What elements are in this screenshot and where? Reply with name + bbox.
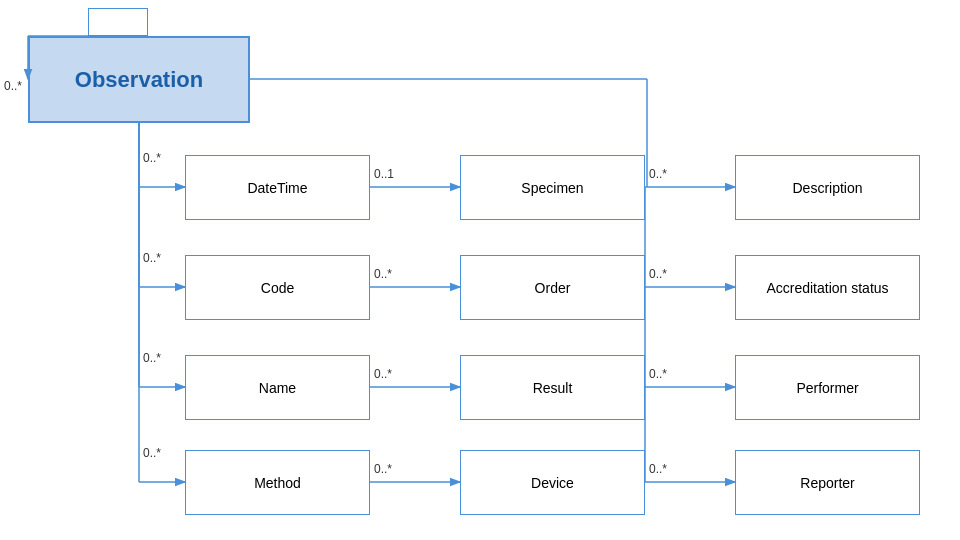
description-node: Description: [735, 155, 920, 220]
svg-text:0..*: 0..*: [649, 167, 667, 181]
observation-node: Observation: [28, 36, 250, 123]
method-node: Method: [185, 450, 370, 515]
svg-text:0..*: 0..*: [143, 446, 161, 460]
svg-text:0..*: 0..*: [374, 267, 392, 281]
device-node: Device: [460, 450, 645, 515]
svg-text:0..*: 0..*: [143, 351, 161, 365]
small-box: [88, 8, 148, 36]
svg-text:0..*: 0..*: [649, 367, 667, 381]
obs-self-mult: 0..*: [4, 79, 22, 93]
performer-node: Performer: [735, 355, 920, 420]
diagram-canvas: Observation DateTime Code Name Method Sp…: [0, 0, 960, 540]
svg-text:0..*: 0..*: [374, 462, 392, 476]
accreditation-node: Accreditation status: [735, 255, 920, 320]
svg-text:0..*: 0..*: [649, 267, 667, 281]
svg-text:0..*: 0..*: [374, 367, 392, 381]
svg-text:0..1: 0..1: [374, 167, 394, 181]
result-node: Result: [460, 355, 645, 420]
code-node: Code: [185, 255, 370, 320]
reporter-node: Reporter: [735, 450, 920, 515]
observation-label: Observation: [75, 67, 203, 93]
svg-text:0..*: 0..*: [143, 251, 161, 265]
order-node: Order: [460, 255, 645, 320]
specimen-node: Specimen: [460, 155, 645, 220]
datetime-node: DateTime: [185, 155, 370, 220]
svg-text:0..*: 0..*: [143, 151, 161, 165]
svg-text:0..*: 0..*: [649, 462, 667, 476]
name-node: Name: [185, 355, 370, 420]
